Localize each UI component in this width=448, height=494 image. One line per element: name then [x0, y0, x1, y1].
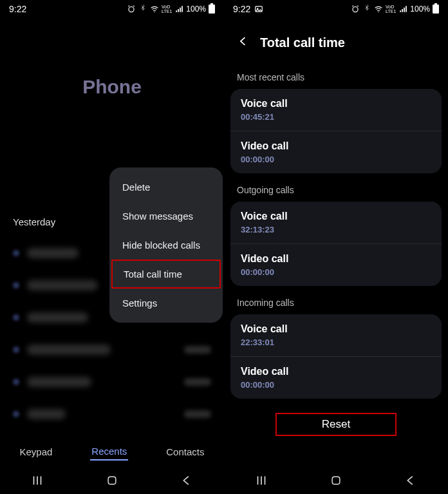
menu-item-total-call-time[interactable]: Total call time — [111, 260, 221, 289]
battery-percent: 100% — [186, 5, 206, 14]
page-title: Total call time — [260, 35, 345, 50]
group-label-outgoing: Outgoing calls — [224, 178, 448, 199]
chevron-left-icon — [237, 35, 250, 48]
group-label-incoming: Incoming calls — [224, 291, 448, 312]
menu-item-delete[interactable]: Delete — [109, 173, 223, 202]
item-most-recent-voice[interactable]: Voice call 00:45:21 — [230, 89, 442, 131]
status-bar: 9:22 VoDLTE1 100% — [224, 0, 448, 18]
item-title: Video call — [241, 366, 431, 377]
status-time: 9:22 — [233, 4, 250, 14]
bluetooth-icon — [362, 5, 371, 14]
signal-icon — [398, 5, 407, 14]
screen-total-call-time: 9:22 VoDLTE1 100% Total call time Most r… — [224, 0, 448, 494]
battery-icon — [209, 5, 215, 14]
screen-phone-recents: 9:22 VoDLTE1 100% Phone Yesterday — [0, 0, 224, 494]
signal-icon — [174, 5, 183, 14]
network-label: VoDLTE1 — [162, 5, 172, 14]
item-title: Video call — [241, 140, 431, 152]
alarm-icon — [127, 5, 136, 14]
item-value: 22:33:01 — [241, 337, 431, 347]
back-button[interactable] — [237, 35, 250, 50]
status-indicators: VoDLTE1 100% — [127, 5, 215, 14]
status-time: 9:22 — [9, 4, 26, 14]
item-value: 00:00:00 — [241, 380, 431, 390]
item-title: Voice call — [241, 211, 431, 222]
group-most-recent: Voice call 00:45:21 Video call 00:00:00 — [230, 89, 442, 173]
item-value: 00:45:21 — [241, 112, 431, 122]
system-nav-bar — [0, 467, 224, 494]
status-bar: 9:22 VoDLTE1 100% — [0, 0, 224, 18]
section-label-yesterday: Yesterday — [13, 216, 55, 227]
nav-home-button[interactable] — [317, 474, 355, 487]
call-log-row[interactable] — [13, 334, 211, 366]
menu-item-show-messages[interactable]: Show messages — [109, 202, 223, 231]
item-outgoing-voice[interactable]: Voice call 32:13:23 — [230, 202, 442, 243]
svg-point-0 — [129, 7, 134, 12]
svg-point-1 — [154, 12, 154, 12]
item-incoming-video[interactable]: Video call 00:00:00 — [230, 356, 442, 399]
tab-keypad[interactable]: Keypad — [18, 444, 53, 460]
svg-point-6 — [378, 12, 378, 12]
item-title: Voice call — [241, 323, 431, 335]
nav-recents-button[interactable] — [242, 473, 281, 488]
alarm-icon — [351, 5, 360, 14]
group-label-most-recent: Most recent calls — [224, 66, 448, 86]
call-log-row[interactable] — [13, 398, 211, 430]
system-nav-bar — [224, 467, 448, 494]
tab-contacts[interactable]: Contacts — [165, 444, 205, 460]
menu-item-settings[interactable]: Settings — [109, 289, 223, 318]
reset-area: Reset — [224, 409, 448, 440]
tab-recents[interactable]: Recents — [90, 443, 128, 461]
wifi-icon — [374, 5, 383, 14]
context-menu: Delete Show messages Hide blocked calls … — [109, 167, 223, 323]
item-value: 00:00:00 — [241, 155, 431, 164]
nav-back-button[interactable] — [167, 473, 206, 488]
nav-recents-button[interactable] — [18, 473, 57, 488]
item-value: 00:00:00 — [241, 267, 431, 277]
call-log-row[interactable] — [13, 366, 211, 398]
group-incoming: Voice call 22:33:01 Video call 00:00:00 — [230, 314, 442, 399]
item-value: 32:13:23 — [241, 225, 431, 234]
bottom-tabs: Keypad Recents Contacts — [0, 436, 224, 467]
battery-percent: 100% — [410, 5, 430, 14]
network-label: VoDLTE1 — [386, 5, 396, 14]
svg-rect-7 — [332, 477, 340, 484]
item-most-recent-video[interactable]: Video call 00:00:00 — [230, 131, 442, 173]
nav-back-button[interactable] — [391, 473, 430, 488]
wifi-icon — [150, 5, 159, 14]
item-incoming-voice[interactable]: Voice call 22:33:01 — [230, 314, 442, 356]
menu-item-hide-blocked[interactable]: Hide blocked calls — [109, 231, 223, 260]
bluetooth-icon — [138, 5, 147, 14]
group-outgoing: Voice call 32:13:23 Video call 00:00:00 — [230, 202, 442, 286]
screenshot-icon — [254, 5, 263, 14]
item-outgoing-video[interactable]: Video call 00:00:00 — [230, 243, 442, 286]
svg-rect-2 — [108, 477, 116, 484]
battery-icon — [433, 5, 439, 14]
svg-point-5 — [353, 7, 358, 12]
status-indicators: VoDLTE1 100% — [351, 5, 439, 14]
item-title: Voice call — [241, 98, 431, 109]
nav-home-button[interactable] — [93, 474, 131, 487]
reset-button[interactable]: Reset — [275, 413, 397, 436]
item-title: Video call — [241, 253, 431, 265]
